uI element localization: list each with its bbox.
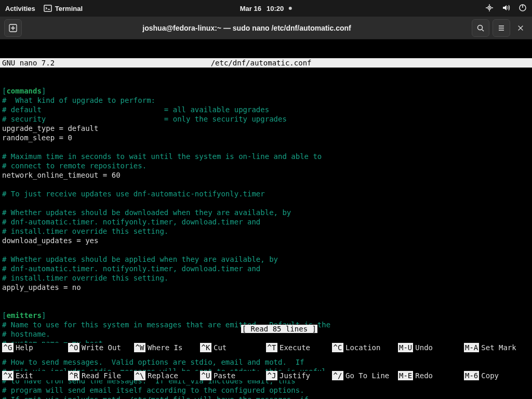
nano-status-message: [ Read 85 lines ] (241, 325, 317, 333)
nano-shortcut: ^\Replace (134, 371, 200, 380)
shortcut-key: ^U (200, 371, 211, 380)
shortcut-label: Execute (280, 343, 310, 352)
editor-line: # Whether updates should be downloaded w… (2, 208, 530, 217)
shortcut-label: Where Is (148, 343, 182, 352)
shortcut-key: ^\ (134, 371, 145, 380)
shortcut-label: Location (345, 343, 380, 352)
nano-shortcut: ^TExecute (266, 343, 332, 352)
editor-line: # Maximum time in seconds to wait until … (2, 152, 530, 161)
editor-line: upgrade_type = default (2, 124, 530, 133)
topbar-date: Mar 16 (240, 5, 261, 12)
shortcut-label: Replace (148, 371, 178, 380)
editor-line: # dnf-automatic.timer. notifyonly.timer,… (2, 264, 530, 273)
editor-line: # dnf-automatic.timer. notifyonly.timer,… (2, 217, 530, 227)
network-icon (485, 4, 494, 14)
editor-line: # install.timer override this setting. (2, 227, 530, 236)
editor-line: random_sleep = 0 (2, 133, 530, 142)
shortcut-key: ^C (332, 343, 343, 352)
plus-icon (9, 24, 17, 32)
svg-point-1 (489, 7, 490, 8)
shortcut-key: ^K (200, 343, 211, 352)
notification-dot-icon (289, 7, 292, 10)
nano-shortcut: ^JJustify (266, 371, 332, 380)
topbar-time: 10:20 (267, 5, 284, 12)
shortcut-key: M-6 (464, 371, 479, 380)
shortcut-key: ^O (68, 343, 79, 352)
shortcut-key: ^W (134, 343, 145, 352)
shortcut-key: ^T (266, 343, 277, 352)
nano-shortcut: ^OWrite Out (68, 343, 134, 352)
editor-line: # What kind of upgrade to perform: (2, 96, 530, 105)
shortcut-label: Cut (214, 343, 227, 352)
power-icon (518, 4, 527, 14)
shortcut-label: Paste (214, 371, 235, 380)
editor-line: # install.timer override this setting. (2, 273, 530, 283)
shortcut-key: M-A (464, 343, 479, 352)
editor-line: # default = all available upgrades (2, 105, 530, 114)
editor-line (2, 142, 530, 152)
editor-line (2, 245, 530, 255)
nano-shortcut: ^UPaste (200, 371, 266, 380)
shortcut-key: ^R (68, 371, 79, 380)
shortcut-key: M-E (398, 371, 413, 380)
gnome-topbar: Activities Terminal Mar 16 10:20 (0, 0, 532, 17)
editor-line: # security = only the security upgrades (2, 114, 530, 124)
editor-line: # connect to remote repositories. (2, 161, 530, 170)
volume-icon (502, 4, 510, 14)
editor-line: download_updates = yes (2, 236, 530, 245)
editor-line: network_online_timeout = 60 (2, 170, 530, 180)
menu-button[interactable] (493, 19, 510, 37)
nano-shortcut: ^XExit (2, 371, 68, 380)
shortcut-label: Read File (82, 371, 121, 380)
svg-point-4 (478, 25, 483, 30)
nano-header: GNU nano 7.2 /etc/dnf/automatic.conf (0, 58, 532, 68)
nano-shortcut: ^WWhere Is (134, 343, 200, 352)
nano-shortcut: M-UUndo (398, 343, 464, 352)
nano-shortcut: M-6Copy (464, 371, 530, 380)
close-window-button[interactable] (513, 21, 528, 35)
nano-version: GNU nano 7.2 (2, 58, 55, 68)
nano-shortcut: M-ERedo (398, 371, 464, 380)
close-icon (517, 24, 524, 32)
shortcut-key: ^J (266, 371, 277, 380)
running-app-label: Terminal (55, 5, 83, 12)
shortcut-label: Justify (280, 371, 310, 380)
nano-shortcuts-row-2: ^XExit^RRead File^\Replace^UPaste^JJusti… (0, 371, 532, 380)
nano-shortcut: ^CLocation (332, 343, 398, 352)
editor-line (2, 180, 530, 189)
editor-line: # Whether updates should be applied when… (2, 255, 530, 264)
nano-shortcuts-row-1: ^GHelp^OWrite Out^WWhere Is^KCut^TExecut… (0, 343, 532, 352)
nano-filepath: /etc/dnf/automatic.conf (55, 58, 468, 68)
shortcut-label: Exit (16, 371, 33, 380)
window-title: joshua@fedora-linux:~ — sudo nano /etc/d… (22, 24, 472, 32)
nano-status-line: [ Read 85 lines ] (0, 315, 532, 324)
terminal-viewport[interactable]: GNU nano 7.2 /etc/dnf/automatic.conf [co… (0, 39, 532, 399)
nano-shortcut: M-ASet Mark (464, 343, 530, 352)
svg-rect-0 (44, 5, 51, 11)
shortcut-label: Write Out (82, 343, 121, 352)
search-icon (476, 24, 485, 32)
nano-shortcut: ^KCut (200, 343, 266, 352)
editor-line: # To just receive updates use dnf-automa… (2, 189, 530, 198)
system-tray[interactable] (485, 4, 527, 14)
shortcut-key: ^/ (332, 371, 343, 380)
shortcut-label: Copy (481, 371, 499, 380)
editor-line: [commands] (2, 86, 530, 96)
terminal-titlebar: joshua@fedora-linux:~ — sudo nano /etc/d… (0, 17, 532, 39)
nano-shortcut: ^RRead File (68, 371, 134, 380)
editor-line: apply_updates = no (2, 283, 530, 292)
shortcut-label: Set Mark (481, 343, 516, 352)
shortcut-label: Redo (415, 371, 433, 380)
shortcut-key: M-U (398, 343, 413, 352)
clock-area[interactable]: Mar 16 10:20 (240, 5, 292, 12)
editor-line (2, 198, 530, 208)
shortcut-label: Undo (415, 343, 433, 352)
activities-button[interactable]: Activities (5, 5, 35, 12)
new-tab-button[interactable] (4, 19, 22, 37)
running-app-terminal[interactable]: Terminal (44, 4, 83, 12)
hamburger-icon (497, 24, 506, 32)
search-button[interactable] (472, 19, 489, 37)
nano-shortcut: ^GHelp (2, 343, 68, 352)
shortcut-label: Help (16, 343, 33, 352)
terminal-icon (44, 4, 52, 12)
